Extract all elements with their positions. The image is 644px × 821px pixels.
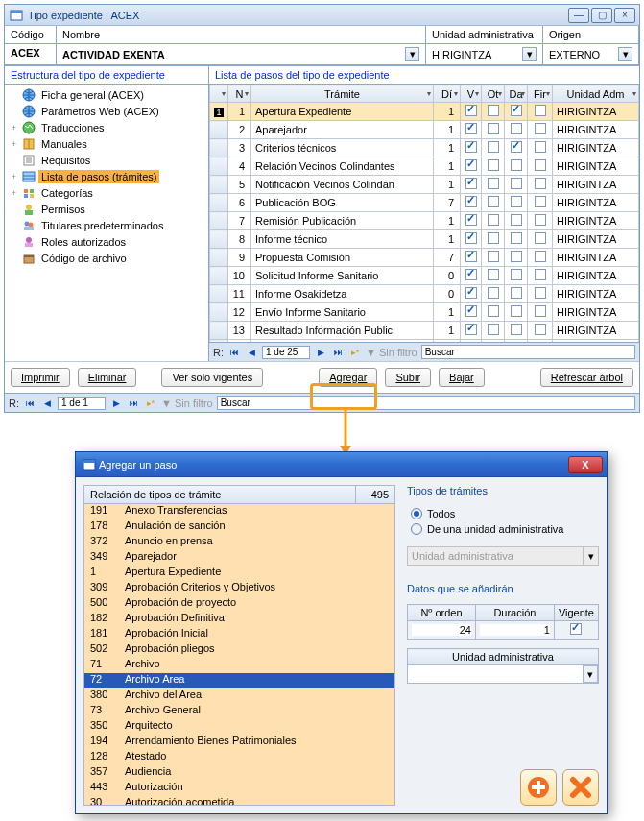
refresh-button[interactable]: Refrescar árbol: [540, 368, 633, 387]
grid-row[interactable]: 13Resultado Información Public1HIRIGINTZ…: [210, 322, 639, 340]
orden-input[interactable]: [412, 624, 471, 636]
tree-node[interactable]: Roles autorizados: [5, 233, 208, 250]
grid-row[interactable]: 7Remisión Publicación1HIRIGINTZA: [210, 212, 639, 230]
list-item[interactable]: 372Anuncio en prensa: [84, 535, 394, 550]
list-item[interactable]: 30Autorización acometida: [84, 796, 394, 806]
tree-node[interactable]: Requisitos: [5, 152, 208, 168]
list-item[interactable]: 357Audiencia: [84, 765, 394, 781]
grid-row[interactable]: 3Criterios técnicos1HIRIGINTZA: [210, 139, 639, 157]
grid-header[interactable]: Unidad Adm▾: [553, 85, 639, 103]
nav-prev-icon[interactable]: ◀: [40, 397, 54, 410]
list-item[interactable]: 380Archivo del Area: [84, 688, 394, 704]
grid-header[interactable]: Da▾: [505, 85, 528, 103]
grid-row[interactable]: 8Informe técnico1HIRIGINTZA: [210, 230, 639, 249]
bottom-search-input[interactable]: [217, 396, 635, 410]
expand-icon[interactable]: +: [9, 123, 19, 133]
list-item[interactable]: 443Autorización: [84, 781, 394, 796]
radio-unidad[interactable]: De una unidad administrativa: [407, 521, 599, 537]
list-item[interactable]: 1Apertura Expediente: [84, 566, 394, 581]
grid-header[interactable]: Dí▾: [434, 85, 461, 103]
radio-todos[interactable]: Todos: [407, 506, 599, 521]
grid-header[interactable]: Trámite▾: [251, 85, 434, 103]
chevron-down-icon[interactable]: ▾: [405, 47, 419, 61]
filter-icon[interactable]: ▼ Sin filtro: [366, 347, 417, 358]
list-item[interactable]: 309Aprobación Criterios y Objetivos: [84, 581, 394, 596]
nav-position-input[interactable]: [262, 346, 310, 359]
grid-header[interactable]: Fir▾: [528, 85, 553, 103]
nav-prev-icon[interactable]: ◀: [245, 346, 258, 359]
chevron-down-icon[interactable]: ▾: [583, 665, 598, 683]
expand-icon[interactable]: +: [9, 139, 19, 149]
tree-node[interactable]: Permisos: [5, 201, 208, 217]
grid-row[interactable]: 4Relación Vecinos Colindantes1HIRIGINTZA: [210, 157, 639, 176]
filter-icon[interactable]: ▼ Sin filtro: [161, 398, 213, 409]
grid-row[interactable]: 6Publicación BOG7HIRIGINTZA: [210, 194, 639, 212]
up-button[interactable]: Subir: [385, 368, 431, 387]
add-button[interactable]: Agregar: [319, 368, 377, 387]
list-item[interactable]: 73Archivo General: [84, 704, 394, 719]
grid-row[interactable]: 14Informe técnico 21HIRIGINTZA: [210, 340, 639, 343]
list-item[interactable]: 502Aprobación pliegos: [84, 642, 394, 658]
grid-header[interactable]: Ot▾: [482, 85, 505, 103]
combo-origen[interactable]: EXTERNO ▾: [543, 44, 639, 64]
vigente-checkbox[interactable]: [570, 623, 582, 635]
unidad-input[interactable]: [408, 665, 583, 683]
duracion-input[interactable]: [480, 624, 550, 636]
print-button[interactable]: Imprimir: [11, 368, 70, 387]
list-item[interactable]: 181Aprobación Inicial: [84, 627, 394, 642]
grid-row[interactable]: 11Apertura Expediente1HIRIGINTZA: [210, 103, 639, 121]
down-button[interactable]: Bajar: [439, 368, 485, 387]
confirm-add-button[interactable]: [520, 769, 557, 806]
close-button[interactable]: ×: [614, 8, 635, 23]
grid-header[interactable]: V▾: [461, 85, 482, 103]
grid-row[interactable]: 5Notificación Vecinos Colindan1HIRIGINTZ…: [210, 176, 639, 194]
chevron-down-icon[interactable]: ▾: [522, 47, 537, 61]
tree-node[interactable]: Parámetros Web (ACEX): [5, 103, 208, 119]
delete-button[interactable]: Eliminar: [78, 368, 137, 387]
tree-node[interactable]: +Categorías: [5, 184, 208, 201]
grid-header[interactable]: ▾: [210, 85, 228, 103]
grid-row[interactable]: 11Informe Osakidetza0HIRIGINTZA: [210, 285, 639, 303]
dialog-close-button[interactable]: X: [568, 456, 603, 473]
tramite-list[interactable]: 191Anexo Transferencias178Anulación de s…: [83, 504, 395, 806]
grid-search-input[interactable]: [421, 345, 635, 359]
list-item[interactable]: 500Aprobación de proyecto: [84, 596, 394, 612]
tree-node[interactable]: Código de archivo: [5, 250, 208, 266]
list-item[interactable]: 72Archivo Area: [84, 673, 394, 688]
list-item[interactable]: 178Anulación de sanción: [84, 519, 394, 535]
list-item[interactable]: 71Archivo: [84, 658, 394, 673]
nav-next-icon[interactable]: ▶: [109, 397, 123, 410]
grid-header[interactable]: N▾: [228, 85, 251, 103]
nav-next-icon[interactable]: ▶: [314, 346, 327, 359]
nav-new-icon[interactable]: ▸*: [144, 397, 157, 410]
grid-row[interactable]: 9Propuesta Comisión7HIRIGINTZA: [210, 249, 639, 267]
minimize-button[interactable]: —: [568, 8, 589, 23]
nav-last-icon[interactable]: ⏭: [127, 397, 140, 410]
steps-grid[interactable]: ▾N▾Trámite▾Dí▾V▾Ot▾Da▾Fir▾Unidad Adm▾11A…: [209, 85, 639, 342]
grid-row[interactable]: 2Aparejador1HIRIGINTZA: [210, 121, 639, 139]
tree-node[interactable]: Titulares predeterminados: [5, 217, 208, 233]
combo-unidad[interactable]: HIRIGINTZA ▾: [426, 44, 543, 64]
nav-new-icon[interactable]: ▸*: [348, 346, 362, 359]
expand-icon[interactable]: +: [9, 172, 19, 181]
nav-position-input[interactable]: [58, 397, 106, 410]
tree-node[interactable]: +Manuales: [5, 135, 208, 152]
cancel-button[interactable]: [562, 769, 599, 806]
list-item[interactable]: 128Atestado: [84, 750, 394, 765]
tree-node[interactable]: Ficha general (ACEX): [5, 86, 208, 103]
nav-first-icon[interactable]: ⏮: [227, 346, 241, 359]
nav-first-icon[interactable]: ⏮: [23, 397, 36, 410]
combo-nombre[interactable]: ACTIVIDAD EXENTA ▾: [57, 44, 426, 64]
tree-node[interactable]: +Traducciones: [5, 119, 208, 135]
list-item[interactable]: 349Aparejador: [84, 550, 394, 566]
vigentes-button[interactable]: Ver solo vigentes: [161, 368, 263, 387]
grid-row[interactable]: 12Envío Informe Sanitario1HIRIGINTZA: [210, 303, 639, 322]
grid-row[interactable]: 10Solicitud Informe Sanitario0HIRIGINTZA: [210, 267, 639, 285]
expand-icon[interactable]: +: [9, 188, 19, 198]
chevron-down-icon[interactable]: ▾: [618, 47, 632, 61]
restore-button[interactable]: ▢: [591, 8, 612, 23]
list-item[interactable]: 194Arrendamiento Bienes Patrimoniales: [84, 735, 394, 750]
list-item[interactable]: 350Arquitecto: [84, 719, 394, 735]
list-item[interactable]: 182Aprobación Definitiva: [84, 612, 394, 627]
nav-last-icon[interactable]: ⏭: [331, 346, 345, 359]
